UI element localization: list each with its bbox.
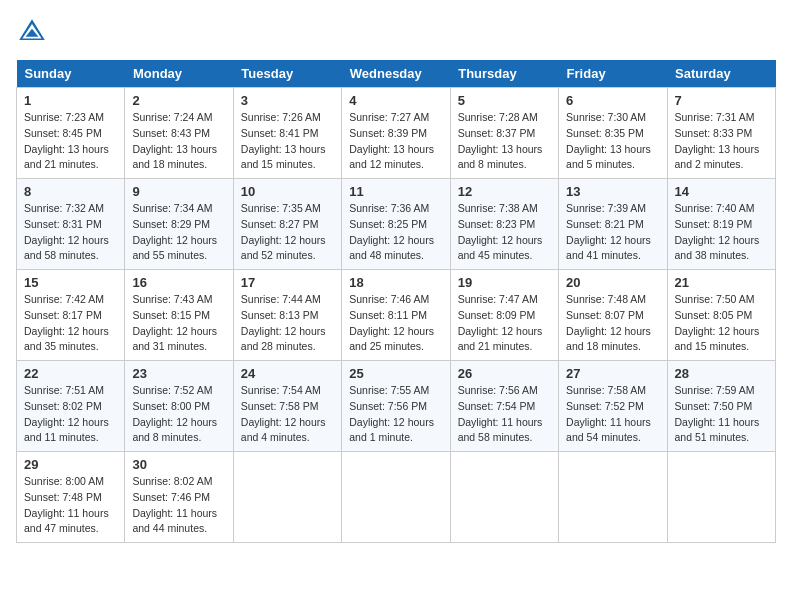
calendar-cell: 21Sunrise: 7:50 AMSunset: 8:05 PMDayligh… — [667, 270, 775, 361]
calendar-cell: 29Sunrise: 8:00 AMSunset: 7:48 PMDayligh… — [17, 452, 125, 543]
calendar-cell: 17Sunrise: 7:44 AMSunset: 8:13 PMDayligh… — [233, 270, 341, 361]
day-number: 30 — [132, 457, 225, 472]
day-info: Sunrise: 7:58 AMSunset: 7:52 PMDaylight:… — [566, 383, 659, 446]
day-number: 28 — [675, 366, 768, 381]
day-number: 23 — [132, 366, 225, 381]
calendar-cell: 1Sunrise: 7:23 AMSunset: 8:45 PMDaylight… — [17, 88, 125, 179]
logo — [16, 16, 52, 48]
day-info: Sunrise: 7:26 AMSunset: 8:41 PMDaylight:… — [241, 110, 334, 173]
week-row-4: 22Sunrise: 7:51 AMSunset: 8:02 PMDayligh… — [17, 361, 776, 452]
calendar-cell: 14Sunrise: 7:40 AMSunset: 8:19 PMDayligh… — [667, 179, 775, 270]
day-number: 25 — [349, 366, 442, 381]
day-number: 9 — [132, 184, 225, 199]
day-number: 11 — [349, 184, 442, 199]
calendar-cell: 6Sunrise: 7:30 AMSunset: 8:35 PMDaylight… — [559, 88, 667, 179]
day-info: Sunrise: 7:30 AMSunset: 8:35 PMDaylight:… — [566, 110, 659, 173]
day-number: 14 — [675, 184, 768, 199]
day-number: 4 — [349, 93, 442, 108]
calendar-cell: 26Sunrise: 7:56 AMSunset: 7:54 PMDayligh… — [450, 361, 558, 452]
calendar-cell: 5Sunrise: 7:28 AMSunset: 8:37 PMDaylight… — [450, 88, 558, 179]
day-info: Sunrise: 7:50 AMSunset: 8:05 PMDaylight:… — [675, 292, 768, 355]
calendar-cell: 15Sunrise: 7:42 AMSunset: 8:17 PMDayligh… — [17, 270, 125, 361]
calendar-cell: 23Sunrise: 7:52 AMSunset: 8:00 PMDayligh… — [125, 361, 233, 452]
day-info: Sunrise: 7:47 AMSunset: 8:09 PMDaylight:… — [458, 292, 551, 355]
day-info: Sunrise: 7:43 AMSunset: 8:15 PMDaylight:… — [132, 292, 225, 355]
day-number: 3 — [241, 93, 334, 108]
day-info: Sunrise: 7:31 AMSunset: 8:33 PMDaylight:… — [675, 110, 768, 173]
day-number: 18 — [349, 275, 442, 290]
calendar-cell: 18Sunrise: 7:46 AMSunset: 8:11 PMDayligh… — [342, 270, 450, 361]
day-info: Sunrise: 7:40 AMSunset: 8:19 PMDaylight:… — [675, 201, 768, 264]
header-row: SundayMondayTuesdayWednesdayThursdayFrid… — [17, 60, 776, 88]
page-header — [16, 16, 776, 48]
header-day-friday: Friday — [559, 60, 667, 88]
header-day-thursday: Thursday — [450, 60, 558, 88]
day-info: Sunrise: 7:46 AMSunset: 8:11 PMDaylight:… — [349, 292, 442, 355]
calendar-cell: 8Sunrise: 7:32 AMSunset: 8:31 PMDaylight… — [17, 179, 125, 270]
header-day-tuesday: Tuesday — [233, 60, 341, 88]
day-number: 19 — [458, 275, 551, 290]
week-row-3: 15Sunrise: 7:42 AMSunset: 8:17 PMDayligh… — [17, 270, 776, 361]
header-day-wednesday: Wednesday — [342, 60, 450, 88]
day-info: Sunrise: 7:39 AMSunset: 8:21 PMDaylight:… — [566, 201, 659, 264]
day-info: Sunrise: 8:00 AMSunset: 7:48 PMDaylight:… — [24, 474, 117, 537]
day-info: Sunrise: 7:48 AMSunset: 8:07 PMDaylight:… — [566, 292, 659, 355]
day-number: 16 — [132, 275, 225, 290]
day-number: 20 — [566, 275, 659, 290]
logo-icon — [16, 16, 48, 48]
calendar-cell: 27Sunrise: 7:58 AMSunset: 7:52 PMDayligh… — [559, 361, 667, 452]
calendar-cell: 2Sunrise: 7:24 AMSunset: 8:43 PMDaylight… — [125, 88, 233, 179]
day-info: Sunrise: 7:38 AMSunset: 8:23 PMDaylight:… — [458, 201, 551, 264]
calendar-cell: 22Sunrise: 7:51 AMSunset: 8:02 PMDayligh… — [17, 361, 125, 452]
calendar-cell — [450, 452, 558, 543]
calendar-cell: 25Sunrise: 7:55 AMSunset: 7:56 PMDayligh… — [342, 361, 450, 452]
day-number: 26 — [458, 366, 551, 381]
calendar-cell: 28Sunrise: 7:59 AMSunset: 7:50 PMDayligh… — [667, 361, 775, 452]
day-number: 8 — [24, 184, 117, 199]
calendar-cell: 24Sunrise: 7:54 AMSunset: 7:58 PMDayligh… — [233, 361, 341, 452]
day-number: 12 — [458, 184, 551, 199]
calendar-cell: 4Sunrise: 7:27 AMSunset: 8:39 PMDaylight… — [342, 88, 450, 179]
day-number: 17 — [241, 275, 334, 290]
day-number: 13 — [566, 184, 659, 199]
calendar-cell: 16Sunrise: 7:43 AMSunset: 8:15 PMDayligh… — [125, 270, 233, 361]
header-day-sunday: Sunday — [17, 60, 125, 88]
day-number: 6 — [566, 93, 659, 108]
calendar-cell — [342, 452, 450, 543]
calendar-cell: 10Sunrise: 7:35 AMSunset: 8:27 PMDayligh… — [233, 179, 341, 270]
calendar-cell: 12Sunrise: 7:38 AMSunset: 8:23 PMDayligh… — [450, 179, 558, 270]
day-number: 22 — [24, 366, 117, 381]
day-info: Sunrise: 7:23 AMSunset: 8:45 PMDaylight:… — [24, 110, 117, 173]
day-info: Sunrise: 8:02 AMSunset: 7:46 PMDaylight:… — [132, 474, 225, 537]
week-row-5: 29Sunrise: 8:00 AMSunset: 7:48 PMDayligh… — [17, 452, 776, 543]
header-day-monday: Monday — [125, 60, 233, 88]
day-info: Sunrise: 7:44 AMSunset: 8:13 PMDaylight:… — [241, 292, 334, 355]
calendar-cell — [233, 452, 341, 543]
calendar-cell: 13Sunrise: 7:39 AMSunset: 8:21 PMDayligh… — [559, 179, 667, 270]
day-info: Sunrise: 7:42 AMSunset: 8:17 PMDaylight:… — [24, 292, 117, 355]
calendar-cell — [559, 452, 667, 543]
day-info: Sunrise: 7:51 AMSunset: 8:02 PMDaylight:… — [24, 383, 117, 446]
calendar-cell — [667, 452, 775, 543]
day-info: Sunrise: 7:52 AMSunset: 8:00 PMDaylight:… — [132, 383, 225, 446]
calendar-cell: 7Sunrise: 7:31 AMSunset: 8:33 PMDaylight… — [667, 88, 775, 179]
day-info: Sunrise: 7:55 AMSunset: 7:56 PMDaylight:… — [349, 383, 442, 446]
day-info: Sunrise: 7:56 AMSunset: 7:54 PMDaylight:… — [458, 383, 551, 446]
calendar-cell: 19Sunrise: 7:47 AMSunset: 8:09 PMDayligh… — [450, 270, 558, 361]
day-number: 2 — [132, 93, 225, 108]
day-info: Sunrise: 7:27 AMSunset: 8:39 PMDaylight:… — [349, 110, 442, 173]
header-day-saturday: Saturday — [667, 60, 775, 88]
day-info: Sunrise: 7:36 AMSunset: 8:25 PMDaylight:… — [349, 201, 442, 264]
day-number: 10 — [241, 184, 334, 199]
day-info: Sunrise: 7:32 AMSunset: 8:31 PMDaylight:… — [24, 201, 117, 264]
day-number: 21 — [675, 275, 768, 290]
day-info: Sunrise: 7:54 AMSunset: 7:58 PMDaylight:… — [241, 383, 334, 446]
week-row-2: 8Sunrise: 7:32 AMSunset: 8:31 PMDaylight… — [17, 179, 776, 270]
day-number: 29 — [24, 457, 117, 472]
calendar-cell: 30Sunrise: 8:02 AMSunset: 7:46 PMDayligh… — [125, 452, 233, 543]
calendar-cell: 20Sunrise: 7:48 AMSunset: 8:07 PMDayligh… — [559, 270, 667, 361]
calendar-table: SundayMondayTuesdayWednesdayThursdayFrid… — [16, 60, 776, 543]
day-info: Sunrise: 7:35 AMSunset: 8:27 PMDaylight:… — [241, 201, 334, 264]
day-number: 5 — [458, 93, 551, 108]
day-number: 1 — [24, 93, 117, 108]
